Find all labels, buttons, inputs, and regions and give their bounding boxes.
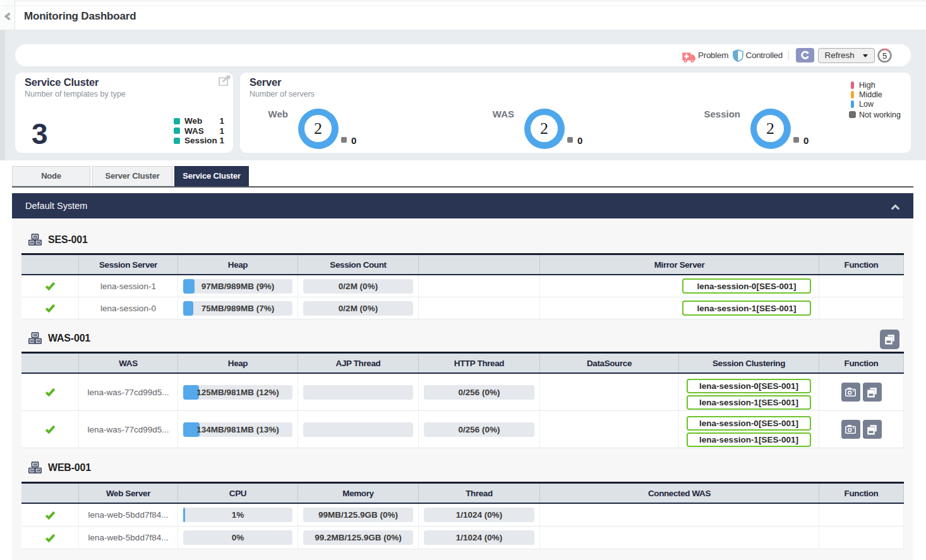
svg-text:5: 5 — [882, 51, 887, 60]
